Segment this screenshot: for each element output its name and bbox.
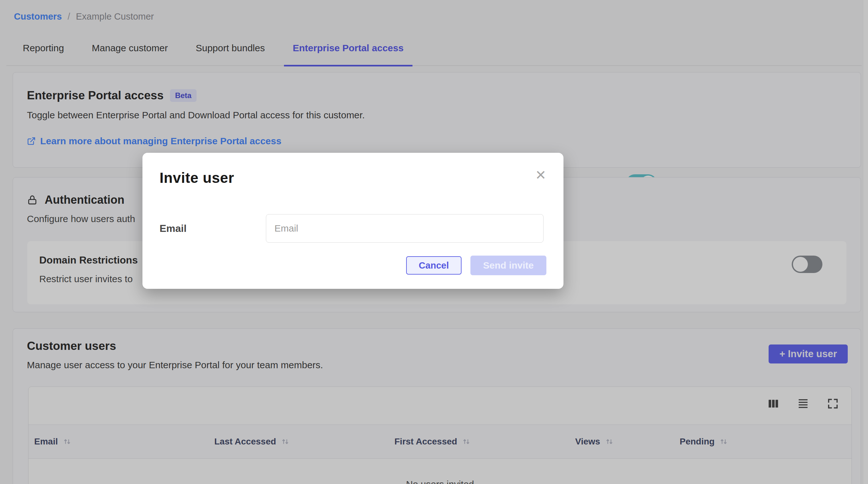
invite-user-modal: Invite user ✕ Email Cancel Send invite <box>143 153 563 289</box>
email-label: Email <box>159 223 266 234</box>
page-root: Customers / Example Customer Reporting M… <box>0 0 868 484</box>
close-icon[interactable]: ✕ <box>533 167 548 183</box>
cancel-button[interactable]: Cancel <box>406 256 462 275</box>
email-field[interactable] <box>266 214 544 243</box>
modal-title: Invite user <box>159 169 547 186</box>
modal-footer: Cancel Send invite <box>406 256 547 275</box>
send-invite-button[interactable]: Send invite <box>470 256 547 275</box>
email-form-row: Email <box>159 214 547 243</box>
